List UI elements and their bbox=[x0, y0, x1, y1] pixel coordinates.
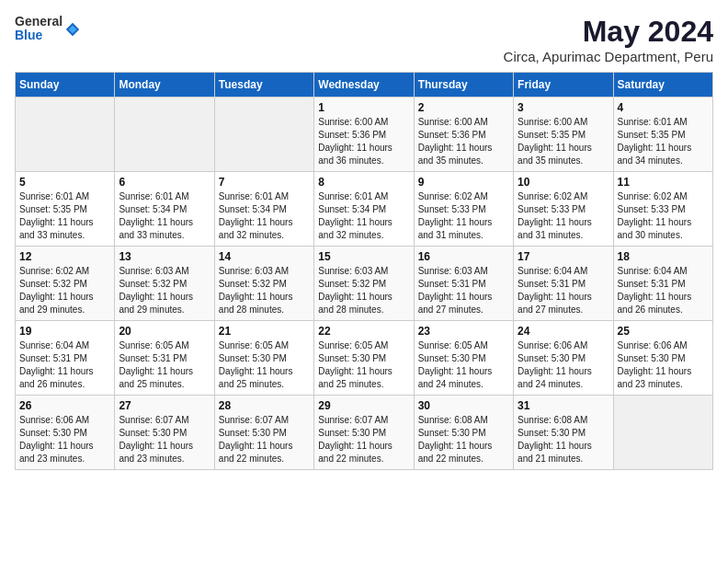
calendar-week-row: 5Sunrise: 6:01 AM Sunset: 5:35 PM Daylig… bbox=[16, 172, 713, 247]
day-info: Sunrise: 6:05 AM Sunset: 5:30 PM Dayligh… bbox=[219, 339, 310, 391]
day-number: 29 bbox=[318, 399, 409, 412]
calendar-cell: 26Sunrise: 6:06 AM Sunset: 5:30 PM Dayli… bbox=[16, 396, 115, 470]
day-number: 5 bbox=[19, 176, 110, 189]
day-info: Sunrise: 6:03 AM Sunset: 5:32 PM Dayligh… bbox=[119, 265, 210, 316]
main-title: May 2024 bbox=[504, 15, 713, 49]
weekday-header: Wednesday bbox=[314, 73, 414, 98]
calendar-cell: 18Sunrise: 6:04 AM Sunset: 5:31 PM Dayli… bbox=[613, 247, 712, 321]
calendar-cell: 25Sunrise: 6:06 AM Sunset: 5:30 PM Dayli… bbox=[613, 321, 712, 396]
calendar-cell: 4Sunrise: 6:01 AM Sunset: 5:35 PM Daylig… bbox=[613, 98, 712, 172]
calendar-cell: 13Sunrise: 6:03 AM Sunset: 5:32 PM Dayli… bbox=[115, 247, 214, 321]
day-number: 8 bbox=[318, 176, 409, 189]
calendar-cell: 1Sunrise: 6:00 AM Sunset: 5:36 PM Daylig… bbox=[314, 98, 414, 172]
calendar-cell: 22Sunrise: 6:05 AM Sunset: 5:30 PM Dayli… bbox=[314, 321, 414, 396]
calendar-cell bbox=[115, 98, 214, 172]
calendar-cell: 6Sunrise: 6:01 AM Sunset: 5:34 PM Daylig… bbox=[115, 172, 214, 247]
day-info: Sunrise: 6:08 AM Sunset: 5:30 PM Dayligh… bbox=[518, 414, 609, 465]
calendar-cell: 12Sunrise: 6:02 AM Sunset: 5:32 PM Dayli… bbox=[16, 247, 115, 321]
day-info: Sunrise: 6:05 AM Sunset: 5:31 PM Dayligh… bbox=[119, 339, 210, 391]
day-info: Sunrise: 6:01 AM Sunset: 5:35 PM Dayligh… bbox=[618, 116, 709, 167]
day-number: 24 bbox=[518, 325, 609, 338]
day-info: Sunrise: 6:05 AM Sunset: 5:30 PM Dayligh… bbox=[418, 339, 509, 391]
calendar-cell: 28Sunrise: 6:07 AM Sunset: 5:30 PM Dayli… bbox=[214, 396, 313, 470]
day-number: 9 bbox=[418, 176, 509, 189]
day-number: 15 bbox=[318, 250, 409, 263]
day-number: 7 bbox=[219, 176, 310, 189]
calendar-cell: 14Sunrise: 6:03 AM Sunset: 5:32 PM Dayli… bbox=[214, 247, 313, 321]
weekday-header: Monday bbox=[115, 73, 214, 98]
day-number: 3 bbox=[518, 101, 609, 114]
calendar-cell: 9Sunrise: 6:02 AM Sunset: 5:33 PM Daylig… bbox=[414, 172, 513, 247]
calendar-cell: 20Sunrise: 6:05 AM Sunset: 5:31 PM Dayli… bbox=[115, 321, 214, 396]
logo: General Blue bbox=[15, 15, 81, 43]
day-info: Sunrise: 6:06 AM Sunset: 5:30 PM Dayligh… bbox=[518, 339, 609, 391]
day-info: Sunrise: 6:06 AM Sunset: 5:30 PM Dayligh… bbox=[618, 339, 709, 391]
calendar-week-row: 26Sunrise: 6:06 AM Sunset: 5:30 PM Dayli… bbox=[16, 396, 713, 470]
day-info: Sunrise: 6:00 AM Sunset: 5:36 PM Dayligh… bbox=[418, 116, 509, 167]
day-number: 21 bbox=[219, 325, 310, 338]
calendar-cell: 24Sunrise: 6:06 AM Sunset: 5:30 PM Dayli… bbox=[514, 321, 613, 396]
calendar-cell bbox=[214, 98, 313, 172]
day-info: Sunrise: 6:03 AM Sunset: 5:32 PM Dayligh… bbox=[318, 265, 409, 316]
calendar-cell: 16Sunrise: 6:03 AM Sunset: 5:31 PM Dayli… bbox=[414, 247, 513, 321]
logo-blue-text: Blue bbox=[15, 29, 63, 42]
day-info: Sunrise: 6:07 AM Sunset: 5:30 PM Dayligh… bbox=[318, 414, 409, 465]
day-number: 28 bbox=[219, 399, 310, 412]
day-info: Sunrise: 6:08 AM Sunset: 5:30 PM Dayligh… bbox=[418, 414, 509, 465]
day-info: Sunrise: 6:04 AM Sunset: 5:31 PM Dayligh… bbox=[19, 339, 110, 391]
day-number: 17 bbox=[518, 250, 609, 263]
calendar-cell: 21Sunrise: 6:05 AM Sunset: 5:30 PM Dayli… bbox=[214, 321, 313, 396]
day-info: Sunrise: 6:03 AM Sunset: 5:31 PM Dayligh… bbox=[418, 265, 509, 316]
day-number: 20 bbox=[119, 325, 210, 338]
day-info: Sunrise: 6:01 AM Sunset: 5:34 PM Dayligh… bbox=[318, 190, 409, 242]
calendar-cell: 23Sunrise: 6:05 AM Sunset: 5:30 PM Dayli… bbox=[414, 321, 513, 396]
calendar-week-row: 1Sunrise: 6:00 AM Sunset: 5:36 PM Daylig… bbox=[16, 98, 713, 172]
day-number: 6 bbox=[119, 176, 210, 189]
day-info: Sunrise: 6:06 AM Sunset: 5:30 PM Dayligh… bbox=[19, 414, 110, 465]
calendar-cell: 27Sunrise: 6:07 AM Sunset: 5:30 PM Dayli… bbox=[115, 396, 214, 470]
calendar-cell bbox=[16, 98, 115, 172]
day-info: Sunrise: 6:00 AM Sunset: 5:35 PM Dayligh… bbox=[518, 116, 609, 167]
day-number: 22 bbox=[318, 325, 409, 338]
logo-general-text: General bbox=[15, 15, 63, 29]
day-info: Sunrise: 6:02 AM Sunset: 5:33 PM Dayligh… bbox=[418, 190, 509, 242]
day-number: 30 bbox=[418, 399, 509, 412]
day-info: Sunrise: 6:02 AM Sunset: 5:33 PM Dayligh… bbox=[618, 190, 709, 242]
calendar-week-row: 12Sunrise: 6:02 AM Sunset: 5:32 PM Dayli… bbox=[16, 247, 713, 321]
day-info: Sunrise: 6:02 AM Sunset: 5:32 PM Dayligh… bbox=[19, 265, 110, 316]
weekday-header: Tuesday bbox=[214, 73, 313, 98]
calendar-cell: 29Sunrise: 6:07 AM Sunset: 5:30 PM Dayli… bbox=[314, 396, 414, 470]
day-info: Sunrise: 6:01 AM Sunset: 5:34 PM Dayligh… bbox=[219, 190, 310, 242]
weekday-header: Thursday bbox=[414, 73, 513, 98]
day-number: 10 bbox=[518, 176, 609, 189]
title-block: May 2024 Circa, Apurimac Department, Per… bbox=[504, 15, 713, 64]
calendar-week-row: 19Sunrise: 6:04 AM Sunset: 5:31 PM Dayli… bbox=[16, 321, 713, 396]
calendar-cell bbox=[613, 396, 712, 470]
day-number: 12 bbox=[19, 250, 110, 263]
calendar-cell: 7Sunrise: 6:01 AM Sunset: 5:34 PM Daylig… bbox=[214, 172, 313, 247]
day-info: Sunrise: 6:04 AM Sunset: 5:31 PM Dayligh… bbox=[618, 265, 709, 316]
weekday-header-row: SundayMondayTuesdayWednesdayThursdayFrid… bbox=[16, 73, 713, 98]
day-info: Sunrise: 6:01 AM Sunset: 5:35 PM Dayligh… bbox=[19, 190, 110, 242]
calendar-cell: 3Sunrise: 6:00 AM Sunset: 5:35 PM Daylig… bbox=[514, 98, 613, 172]
day-number: 25 bbox=[618, 325, 709, 338]
day-number: 18 bbox=[618, 250, 709, 263]
day-number: 14 bbox=[219, 250, 310, 263]
day-number: 1 bbox=[318, 101, 409, 114]
calendar-table: SundayMondayTuesdayWednesdayThursdayFrid… bbox=[15, 72, 713, 470]
calendar-cell: 10Sunrise: 6:02 AM Sunset: 5:33 PM Dayli… bbox=[514, 172, 613, 247]
day-number: 2 bbox=[418, 101, 509, 114]
calendar-cell: 17Sunrise: 6:04 AM Sunset: 5:31 PM Dayli… bbox=[514, 247, 613, 321]
day-info: Sunrise: 6:07 AM Sunset: 5:30 PM Dayligh… bbox=[219, 414, 310, 465]
day-info: Sunrise: 6:07 AM Sunset: 5:30 PM Dayligh… bbox=[119, 414, 210, 465]
day-number: 26 bbox=[19, 399, 110, 412]
day-info: Sunrise: 6:02 AM Sunset: 5:33 PM Dayligh… bbox=[518, 190, 609, 242]
calendar-cell: 5Sunrise: 6:01 AM Sunset: 5:35 PM Daylig… bbox=[16, 172, 115, 247]
weekday-header: Friday bbox=[514, 73, 613, 98]
day-number: 13 bbox=[119, 250, 210, 263]
calendar-cell: 31Sunrise: 6:08 AM Sunset: 5:30 PM Dayli… bbox=[514, 396, 613, 470]
day-number: 19 bbox=[19, 325, 110, 338]
day-number: 16 bbox=[418, 250, 509, 263]
weekday-header: Saturday bbox=[613, 73, 712, 98]
day-info: Sunrise: 6:04 AM Sunset: 5:31 PM Dayligh… bbox=[518, 265, 609, 316]
